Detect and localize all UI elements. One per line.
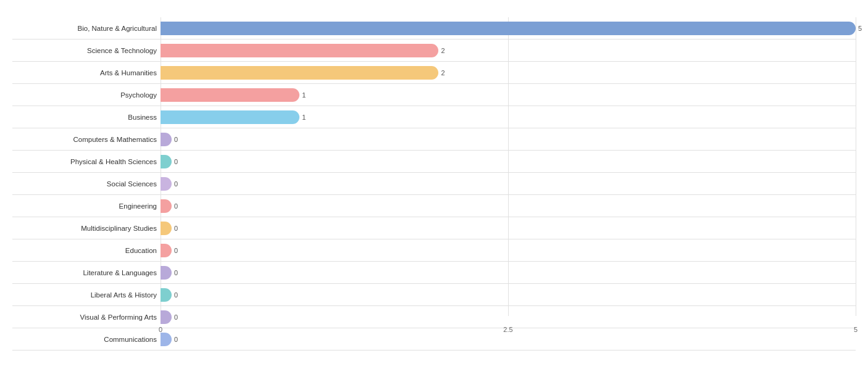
bar-value: 0 [174,269,178,276]
bar-value: 1 [302,114,306,121]
bar-value: 0 [174,291,178,299]
bar: 1 [161,88,299,102]
bar-label: Education [12,247,161,254]
x-tick: 2.5 [503,326,512,333]
bar-row: Business1 [12,106,856,128]
x-tick: 0 [159,326,162,333]
bar-wrapper: 0 [161,151,856,172]
bar-row: Arts & Humanities2 [12,62,856,84]
bar-value: 0 [174,136,178,143]
bar-value: 0 [174,158,178,165]
chart-area: Bio, Nature & Agricultural5Science & Tec… [12,17,856,333]
bar-row: Bio, Nature & Agricultural5 [12,17,856,39]
bar-label: Physical & Health Sciences [12,158,161,165]
bar-row: Multidisciplinary Studies0 [12,217,856,239]
bar-wrapper: 1 [161,84,856,106]
bar-wrapper: 5 [161,17,856,39]
bar-row: Psychology1 [12,84,856,106]
bar-wrapper: 0 [161,217,856,239]
bar-row: Engineering0 [12,195,856,217]
bar-label: Arts & Humanities [12,69,161,77]
bar-label: Social Sciences [12,180,161,188]
x-tick: 5 [854,326,858,333]
bar-row: Physical & Health Sciences0 [12,151,856,173]
bar: 2 [161,66,438,80]
bar-label: Psychology [12,91,161,99]
bar: 0 [161,155,172,168]
bar-label: Bio, Nature & Agricultural [12,25,161,32]
bar-wrapper: 2 [161,39,856,61]
bar-row: Science & Technology2 [12,39,856,62]
bar-value: 1 [302,91,306,99]
bar-value: 0 [174,336,178,343]
bar-label: Liberal Arts & History [12,291,161,299]
bar-value: 0 [174,225,178,232]
bar: 0 [161,199,172,213]
bar-label: Engineering [12,202,161,210]
bar-value: 0 [174,202,178,210]
bar-row: Literature & Languages0 [12,262,856,284]
bar-label: Communications [12,336,161,343]
bar: 0 [161,222,172,235]
bar-label: Computers & Mathematics [12,136,161,143]
bar-label: Visual & Performing Arts [12,313,161,321]
bar: 1 [161,110,299,124]
bar-row: Education0 [12,239,856,262]
bar-wrapper: 0 [161,262,856,283]
bar-value: 2 [441,47,444,54]
x-axis: 02.55 [161,316,856,333]
bar-row: Liberal Arts & History0 [12,284,856,306]
bar-wrapper: 2 [161,62,856,83]
bar-wrapper: 0 [161,173,856,194]
bar-value: 0 [174,247,178,254]
bar-label: Literature & Languages [12,269,161,276]
bar-wrapper: 0 [161,284,856,305]
bar-label: Multidisciplinary Studies [12,225,161,232]
bar-label: Science & Technology [12,47,161,54]
bar-label: Business [12,114,161,121]
bar-wrapper: 1 [161,106,856,128]
bar-row: Computers & Mathematics0 [12,128,856,151]
bar: 0 [161,133,172,146]
bar-value: 5 [858,25,862,32]
bar: 0 [161,333,172,346]
bar: 0 [161,244,172,257]
bar: 2 [161,44,438,57]
bar: 5 [161,22,856,35]
bar-value: 2 [441,69,444,77]
grid-line [856,17,856,316]
bar-value: 0 [174,180,178,188]
bar: 0 [161,288,172,302]
bar-wrapper: 0 [161,239,856,261]
bar-wrapper: 0 [161,195,856,217]
bars-section: Bio, Nature & Agricultural5Science & Tec… [12,17,856,316]
bar: 0 [161,266,172,280]
bar-row: Social Sciences0 [12,173,856,195]
bar: 0 [161,177,172,191]
bar-wrapper: 0 [161,128,856,150]
chart-container: Bio, Nature & Agricultural5Science & Tec… [0,0,868,390]
